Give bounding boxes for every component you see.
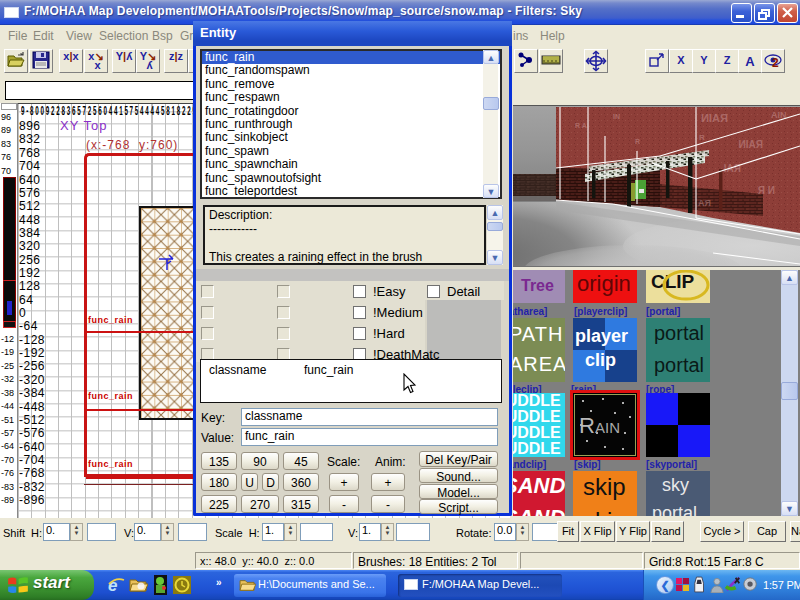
- svg-text:N R: N R: [757, 185, 775, 196]
- svg-text:R: R: [579, 413, 595, 438]
- svg-text:IN: IN: [613, 113, 620, 120]
- svg-text:RAIN: RAIN: [739, 139, 763, 150]
- svg-text:2: 2: [772, 56, 779, 70]
- svg-text:R: R: [635, 138, 640, 145]
- svg-text:RAI: RAI: [724, 163, 741, 174]
- svg-text:RA: RA: [698, 198, 711, 208]
- svg-text:RAIN: RAIN: [701, 112, 728, 124]
- svg-text:AIN: AIN: [595, 419, 620, 436]
- svg-text:R A: R A: [575, 122, 587, 129]
- svg-text:R: R: [699, 133, 705, 142]
